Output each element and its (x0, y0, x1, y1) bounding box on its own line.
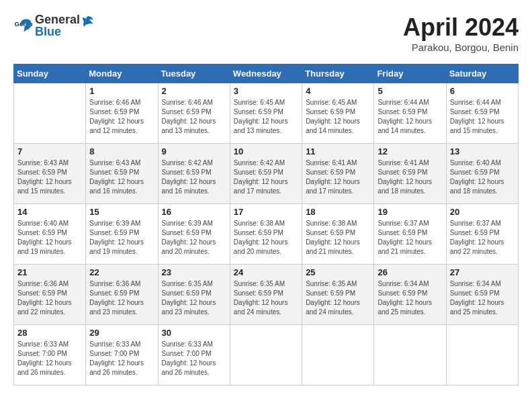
sunset-text: Sunset: 6:59 PM (162, 168, 226, 177)
sunrise-text: Sunrise: 6:34 AM (450, 279, 515, 289)
daylight-text-cont: and 17 minutes. (306, 187, 370, 196)
sunrise-text: Sunrise: 6:38 AM (306, 219, 370, 228)
table-row (14, 83, 86, 144)
logo-text-area: General Blue (35, 13, 95, 39)
daylight-text-cont: and 13 minutes. (234, 126, 298, 136)
daylight-text: Daylight: 12 hours (89, 359, 154, 368)
day-number: 27 (450, 267, 515, 277)
day-info: Sunrise: 6:40 AMSunset: 6:59 PMDaylight:… (450, 158, 515, 196)
sunrise-text: Sunrise: 6:41 AM (378, 158, 442, 168)
day-info: Sunrise: 6:34 AMSunset: 6:59 PMDaylight:… (378, 279, 442, 317)
sunset-text: Sunset: 7:00 PM (162, 349, 226, 359)
day-number: 2 (162, 86, 226, 96)
day-number: 13 (450, 146, 515, 156)
day-number: 18 (306, 207, 370, 217)
day-info: Sunrise: 6:33 AMSunset: 7:00 PMDaylight:… (162, 340, 226, 377)
daylight-text: Daylight: 12 hours (306, 298, 370, 308)
day-info: Sunrise: 6:43 AMSunset: 6:59 PMDaylight:… (17, 158, 82, 196)
day-number: 11 (306, 146, 370, 156)
table-row: 7Sunrise: 6:43 AMSunset: 6:59 PMDaylight… (14, 144, 86, 204)
daylight-text: Daylight: 12 hours (234, 117, 298, 126)
daylight-text: Daylight: 12 hours (89, 238, 154, 247)
day-info: Sunrise: 6:41 AMSunset: 6:59 PMDaylight:… (378, 158, 442, 196)
table-row: 25Sunrise: 6:35 AMSunset: 6:59 PMDayligh… (302, 265, 374, 325)
daylight-text-cont: and 22 minutes. (17, 308, 82, 317)
day-number: 3 (234, 86, 298, 96)
table-row (446, 325, 518, 385)
day-number: 30 (162, 328, 226, 338)
daylight-text: Daylight: 12 hours (450, 238, 515, 247)
day-info: Sunrise: 6:39 AMSunset: 6:59 PMDaylight:… (162, 219, 226, 257)
header-monday: Monday (86, 64, 158, 83)
sunset-text: Sunset: 6:59 PM (162, 289, 226, 298)
day-number: 29 (89, 328, 154, 338)
day-number: 10 (234, 146, 298, 156)
daylight-text: Daylight: 12 hours (450, 298, 515, 308)
sunrise-text: Sunrise: 6:41 AM (306, 158, 370, 168)
daylight-text-cont: and 22 minutes. (450, 247, 515, 257)
daylight-text-cont: and 17 minutes. (234, 187, 298, 196)
header-friday: Friday (374, 64, 446, 83)
day-number: 25 (306, 267, 370, 277)
sunset-text: Sunset: 6:59 PM (17, 168, 82, 177)
sunrise-text: Sunrise: 6:45 AM (306, 98, 370, 107)
day-number: 23 (162, 267, 226, 277)
table-row: 19Sunrise: 6:37 AMSunset: 6:59 PMDayligh… (374, 204, 446, 265)
table-row (374, 325, 446, 385)
logo: General General Blue (13, 13, 95, 39)
day-info: Sunrise: 6:33 AMSunset: 7:00 PMDaylight:… (17, 340, 82, 377)
daylight-text-cont: and 21 minutes. (378, 247, 442, 257)
daylight-text-cont: and 23 minutes. (89, 308, 154, 317)
day-number: 14 (17, 207, 82, 217)
table-row: 1Sunrise: 6:46 AMSunset: 6:59 PMDaylight… (86, 83, 158, 144)
table-row: 30Sunrise: 6:33 AMSunset: 7:00 PMDayligh… (158, 325, 230, 385)
daylight-text: Daylight: 12 hours (89, 117, 154, 126)
day-number: 24 (234, 267, 298, 277)
daylight-text: Daylight: 12 hours (17, 238, 82, 247)
sunset-text: Sunset: 6:59 PM (89, 228, 154, 238)
table-row: 24Sunrise: 6:35 AMSunset: 6:59 PMDayligh… (230, 265, 302, 325)
daylight-text: Daylight: 12 hours (162, 177, 226, 187)
sunset-text: Sunset: 6:59 PM (17, 228, 82, 238)
table-row: 15Sunrise: 6:39 AMSunset: 6:59 PMDayligh… (86, 204, 158, 265)
table-row: 11Sunrise: 6:41 AMSunset: 6:59 PMDayligh… (302, 144, 374, 204)
sunset-text: Sunset: 6:59 PM (450, 289, 515, 298)
daylight-text: Daylight: 12 hours (89, 298, 154, 308)
day-info: Sunrise: 6:46 AMSunset: 6:59 PMDaylight:… (89, 98, 154, 136)
daylight-text: Daylight: 12 hours (162, 298, 226, 308)
sunset-text: Sunset: 6:59 PM (234, 168, 298, 177)
calendar-week-row: 21Sunrise: 6:36 AMSunset: 6:59 PMDayligh… (14, 265, 519, 325)
header-tuesday: Tuesday (158, 64, 230, 83)
sunrise-text: Sunrise: 6:33 AM (89, 340, 154, 349)
sunset-text: Sunset: 6:59 PM (89, 107, 154, 117)
sunset-text: Sunset: 6:59 PM (450, 228, 515, 238)
daylight-text: Daylight: 12 hours (306, 117, 370, 126)
table-row: 10Sunrise: 6:42 AMSunset: 6:59 PMDayligh… (230, 144, 302, 204)
sunset-text: Sunset: 7:00 PM (89, 349, 154, 359)
daylight-text: Daylight: 12 hours (234, 298, 298, 308)
daylight-text-cont: and 19 minutes. (17, 247, 82, 257)
daylight-text: Daylight: 12 hours (162, 359, 226, 368)
daylight-text: Daylight: 12 hours (450, 177, 515, 187)
daylight-text-cont: and 18 minutes. (450, 187, 515, 196)
day-number: 6 (450, 86, 515, 96)
calendar-table: Sunday Monday Tuesday Wednesday Thursday… (13, 64, 519, 385)
daylight-text-cont: and 26 minutes. (89, 368, 154, 377)
day-number: 12 (378, 146, 442, 156)
sunrise-text: Sunrise: 6:43 AM (89, 158, 154, 168)
daylight-text: Daylight: 12 hours (17, 298, 82, 308)
day-info: Sunrise: 6:37 AMSunset: 6:59 PMDaylight:… (378, 219, 442, 257)
sunrise-text: Sunrise: 6:35 AM (234, 279, 298, 289)
day-info: Sunrise: 6:36 AMSunset: 6:59 PMDaylight:… (17, 279, 82, 317)
logo-icon: General (13, 17, 32, 36)
daylight-text: Daylight: 12 hours (234, 177, 298, 187)
daylight-text: Daylight: 12 hours (17, 177, 82, 187)
day-info: Sunrise: 6:40 AMSunset: 6:59 PMDaylight:… (17, 219, 82, 257)
day-info: Sunrise: 6:36 AMSunset: 6:59 PMDaylight:… (89, 279, 154, 317)
day-number: 21 (17, 267, 82, 277)
header-thursday: Thursday (302, 64, 374, 83)
daylight-text-cont: and 15 minutes. (17, 187, 82, 196)
table-row: 23Sunrise: 6:35 AMSunset: 6:59 PMDayligh… (158, 265, 230, 325)
daylight-text-cont: and 20 minutes. (234, 247, 298, 257)
table-row: 2Sunrise: 6:46 AMSunset: 6:59 PMDaylight… (158, 83, 230, 144)
